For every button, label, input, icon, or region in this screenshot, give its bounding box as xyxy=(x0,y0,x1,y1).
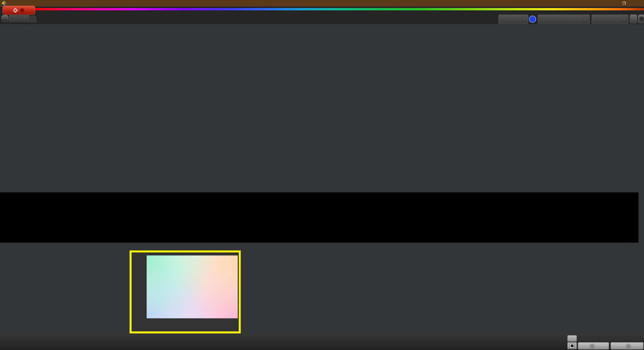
add-tab-button[interactable] xyxy=(30,16,36,22)
title-bar xyxy=(0,0,644,7)
calman-menu-button[interactable] xyxy=(3,6,35,15)
collapse-panel-button[interactable] xyxy=(638,15,644,23)
chevron-down-icon xyxy=(622,17,627,22)
expand-patterns-button[interactable] xyxy=(567,335,577,342)
collapse-icon xyxy=(639,17,644,21)
meter-dropdown[interactable] xyxy=(499,15,528,24)
stop-pattern-button[interactable] xyxy=(567,342,577,349)
cie-chromaticity-chart xyxy=(132,252,239,331)
chevron-down-icon xyxy=(583,17,588,22)
source-status-bar xyxy=(539,15,540,23)
main-content xyxy=(0,24,644,192)
display-control-dropdown[interactable] xyxy=(592,15,628,24)
back-icon xyxy=(590,343,595,348)
grayscale-swatch-strip xyxy=(0,192,638,243)
rgb-balance-line-chart xyxy=(158,32,390,173)
calman-diamond-icon xyxy=(13,8,18,13)
chevron-down-icon xyxy=(521,17,527,22)
gamma-loglog-line-chart xyxy=(402,32,636,173)
cie-chart-panel xyxy=(130,250,241,333)
rainbow-gradient-strip xyxy=(35,8,644,10)
maximize-button[interactable] xyxy=(621,1,627,6)
next-icon xyxy=(626,343,631,348)
stop-icon xyxy=(571,344,574,347)
display-status-bar xyxy=(592,15,593,23)
chevron-down-icon xyxy=(20,8,24,12)
meter-status-bar xyxy=(499,15,500,23)
source-dropdown[interactable] xyxy=(538,15,590,24)
calman-logo-icon xyxy=(2,1,7,6)
meter-mode-badge[interactable] xyxy=(529,16,536,23)
run-workflow-button[interactable] xyxy=(2,15,8,22)
header-band xyxy=(0,7,644,24)
pattern-toolbar xyxy=(0,334,644,350)
tab-history-1[interactable] xyxy=(9,15,29,22)
restore-icon xyxy=(623,2,626,5)
back-button[interactable] xyxy=(578,342,609,349)
app-window xyxy=(0,0,644,350)
settings-button[interactable] xyxy=(630,15,637,23)
next-button[interactable] xyxy=(611,342,643,349)
deltae-2000-bar-chart xyxy=(3,56,158,171)
